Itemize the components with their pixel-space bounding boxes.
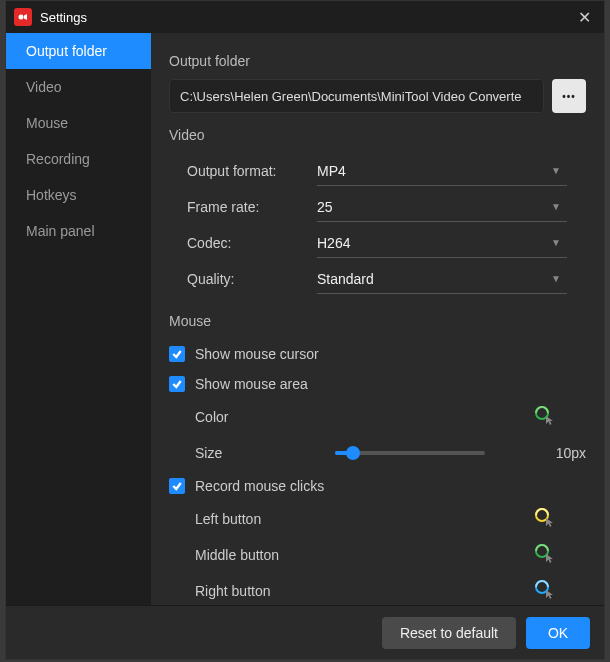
middle-button-row: Middle button	[195, 537, 586, 573]
output-folder-input[interactable]: C:\Users\Helen Green\Documents\MiniTool …	[169, 79, 544, 113]
titlebar: Settings ✕	[6, 1, 604, 33]
middle-button-color[interactable]	[533, 544, 555, 566]
sidebar-item-label: Main panel	[26, 223, 95, 239]
select-value: 25	[317, 199, 333, 215]
reset-button[interactable]: Reset to default	[382, 617, 516, 649]
cursor-pointer-icon	[545, 586, 555, 602]
settings-window: Settings ✕ Output folder Video Mouse Rec…	[5, 0, 605, 660]
size-label: Size	[195, 445, 325, 461]
show-cursor-label: Show mouse cursor	[195, 346, 319, 362]
browse-icon: •••	[562, 91, 576, 102]
sidebar-item-label: Video	[26, 79, 62, 95]
chevron-down-icon: ▼	[551, 237, 561, 248]
size-value: 10px	[536, 445, 586, 461]
mouse-heading: Mouse	[169, 313, 586, 329]
right-button-row: Right button	[195, 573, 586, 605]
show-area-label: Show mouse area	[195, 376, 308, 392]
record-clicks-checkbox[interactable]: Record mouse clicks	[169, 471, 586, 501]
body: Output folder Video Mouse Recording Hotk…	[6, 33, 604, 605]
sidebar-item-label: Hotkeys	[26, 187, 77, 203]
close-button[interactable]: ✕	[572, 5, 596, 29]
size-slider[interactable]	[335, 451, 485, 455]
left-button-row: Left button	[195, 501, 586, 537]
video-group: Output format: MP4 ▼ Frame rate: 25 ▼ Co…	[187, 153, 586, 297]
window-title: Settings	[40, 10, 572, 25]
select-value: Standard	[317, 271, 374, 287]
slider-thumb[interactable]	[346, 446, 360, 460]
right-button-label: Right button	[195, 583, 325, 599]
codec-select[interactable]: H264 ▼	[317, 228, 567, 258]
sidebar-item-label: Recording	[26, 151, 90, 167]
cursor-pointer-icon	[545, 412, 555, 428]
show-cursor-checkbox[interactable]: Show mouse cursor	[169, 339, 586, 369]
footer: Reset to default OK	[6, 605, 604, 659]
output-folder-row: C:\Users\Helen Green\Documents\MiniTool …	[169, 79, 586, 113]
sidebar-item-output-folder[interactable]: Output folder	[6, 33, 151, 69]
check-icon	[169, 478, 185, 494]
app-icon	[14, 8, 32, 26]
output-format-label: Output format:	[187, 163, 317, 179]
check-icon	[169, 346, 185, 362]
quality-label: Quality:	[187, 271, 317, 287]
chevron-down-icon: ▼	[551, 273, 561, 284]
color-row: Color	[195, 399, 586, 435]
output-folder-path: C:\Users\Helen Green\Documents\MiniTool …	[180, 89, 522, 104]
chevron-down-icon: ▼	[551, 201, 561, 212]
select-value: H264	[317, 235, 350, 251]
svg-point-0	[19, 15, 24, 20]
cursor-pointer-icon	[545, 514, 555, 530]
sidebar-item-label: Mouse	[26, 115, 68, 131]
video-heading: Video	[169, 127, 586, 143]
record-clicks-label: Record mouse clicks	[195, 478, 324, 494]
frame-rate-label: Frame rate:	[187, 199, 317, 215]
select-value: MP4	[317, 163, 346, 179]
color-picker-button[interactable]	[533, 406, 555, 428]
left-button-label: Left button	[195, 511, 325, 527]
sidebar-item-hotkeys[interactable]: Hotkeys	[6, 177, 151, 213]
frame-rate-select[interactable]: 25 ▼	[317, 192, 567, 222]
sidebar-item-video[interactable]: Video	[6, 69, 151, 105]
output-format-select[interactable]: MP4 ▼	[317, 156, 567, 186]
sidebar-item-main-panel[interactable]: Main panel	[6, 213, 151, 249]
cursor-pointer-icon	[545, 550, 555, 566]
color-label: Color	[195, 409, 325, 425]
quality-select[interactable]: Standard ▼	[317, 264, 567, 294]
chevron-down-icon: ▼	[551, 165, 561, 176]
sidebar-item-label: Output folder	[26, 43, 107, 59]
middle-button-label: Middle button	[195, 547, 325, 563]
sidebar-item-mouse[interactable]: Mouse	[6, 105, 151, 141]
codec-label: Codec:	[187, 235, 317, 251]
size-row: Size 10px	[195, 435, 586, 471]
content-panel: Output folder C:\Users\Helen Green\Docum…	[151, 33, 604, 605]
browse-button[interactable]: •••	[552, 79, 586, 113]
show-area-checkbox[interactable]: Show mouse area	[169, 369, 586, 399]
right-button-color[interactable]	[533, 580, 555, 602]
ok-button[interactable]: OK	[526, 617, 590, 649]
sidebar: Output folder Video Mouse Recording Hotk…	[6, 33, 151, 605]
output-folder-label: Output folder	[169, 53, 586, 69]
sidebar-item-recording[interactable]: Recording	[6, 141, 151, 177]
left-button-color[interactable]	[533, 508, 555, 530]
check-icon	[169, 376, 185, 392]
